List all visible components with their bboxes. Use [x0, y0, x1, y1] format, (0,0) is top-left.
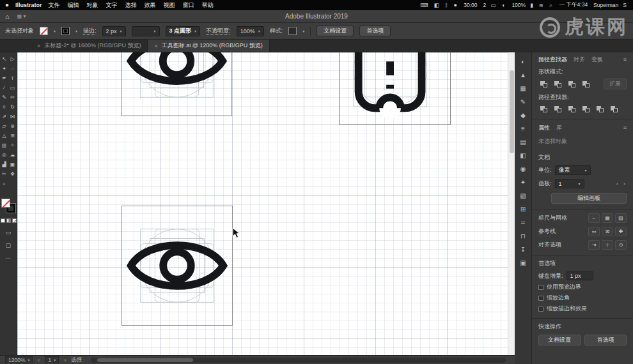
- fill-color-swatch[interactable]: [40, 27, 48, 35]
- magic-wand-tool[interactable]: ✦: [0, 64, 8, 73]
- snap-to-pixel-icon[interactable]: ⊹: [602, 240, 613, 250]
- appearance-panel-icon[interactable]: ◉: [517, 163, 529, 175]
- expand-button[interactable]: 扩展: [604, 79, 627, 89]
- horizontal-scrollbar-thumb[interactable]: [97, 358, 193, 362]
- symbol-sprayer-tool[interactable]: ☁: [8, 150, 17, 160]
- screen-record-icon[interactable]: ⏺: [454, 2, 458, 9]
- zoom-tool[interactable]: ⌕: [0, 179, 8, 188]
- wifi-icon[interactable]: ≋: [539, 2, 545, 8]
- preference-checkbox-row[interactable]: 使用预览边界: [538, 283, 627, 291]
- tab-close-icon[interactable]: [37, 43, 40, 49]
- horizontal-scrollbar[interactable]: [91, 358, 506, 363]
- trim-icon[interactable]: [552, 104, 564, 114]
- record-timer-text[interactable]: 30:00: [462, 2, 477, 8]
- artboard-tool[interactable]: ▣: [8, 160, 17, 169]
- shape-builder-tool[interactable]: ⊕: [8, 121, 17, 131]
- artboard-eye-top[interactable]: [121, 52, 232, 116]
- type-tool[interactable]: T: [8, 73, 17, 83]
- blend-tool[interactable]: ◎: [0, 150, 8, 160]
- mirror-display-icon[interactable]: ◧: [434, 2, 441, 8]
- shaper-tool[interactable]: ✏: [8, 93, 17, 102]
- apple-menu-icon[interactable]: ●: [5, 0, 9, 10]
- stroke-weight-select[interactable]: 2 px: [102, 26, 126, 36]
- tab-libraries[interactable]: 库: [556, 124, 562, 132]
- menu-item[interactable]: 帮助: [202, 1, 214, 10]
- menu-item[interactable]: 文件: [49, 1, 60, 10]
- next-artboard-icon[interactable]: [64, 357, 66, 363]
- merge-icon[interactable]: [567, 104, 578, 114]
- align-panel-icon[interactable]: ≍: [517, 216, 529, 229]
- datetime-text[interactable]: 一 下午4:34: [558, 1, 588, 9]
- scale-tool[interactable]: ⇗: [0, 112, 8, 121]
- menu-item[interactable]: 对象: [87, 1, 98, 10]
- tab-align[interactable]: 对齐: [574, 56, 585, 64]
- show-rulers-icon[interactable]: ⌐: [588, 213, 600, 223]
- paintbrush-tool[interactable]: ✎: [0, 93, 8, 102]
- color-panel-icon[interactable]: ◐: [517, 56, 529, 68]
- doc-setup-button[interactable]: 文档设置: [538, 335, 581, 345]
- menu-item[interactable]: 视图: [164, 1, 175, 10]
- layers-panel-icon[interactable]: ▧: [517, 190, 529, 202]
- asset-export-panel-icon[interactable]: ↧: [517, 243, 529, 255]
- artboard-nav-select[interactable]: 1: [45, 356, 59, 363]
- preferences-button[interactable]: 首选项: [584, 335, 627, 345]
- stroke-color-swatch[interactable]: [61, 27, 70, 35]
- stroke-panel-icon[interactable]: ≡: [517, 123, 529, 135]
- swatches-panel-icon[interactable]: ▦: [517, 82, 529, 95]
- opacity-link[interactable]: 不透明度:: [206, 27, 231, 35]
- eyedropper-tool[interactable]: ✧: [8, 140, 17, 150]
- show-grid-icon[interactable]: ▦: [602, 213, 613, 223]
- libraries-panel-icon[interactable]: ▣: [517, 257, 529, 269]
- perspective-grid-tool[interactable]: △: [0, 131, 8, 140]
- keyboard-icon[interactable]: ⌨: [421, 2, 430, 8]
- intersect-icon[interactable]: [567, 79, 578, 89]
- panel-menu-icon[interactable]: [623, 56, 627, 63]
- doc-tab-untitled[interactable]: 未标题-2* @ 1600% (RGB/GPU 预览): [31, 40, 148, 52]
- edit-artboards-button[interactable]: 编辑画板: [551, 193, 627, 204]
- hand-tool[interactable]: ✥: [8, 169, 17, 179]
- input-method-icon[interactable]: S: [623, 2, 628, 8]
- exclude-icon[interactable]: [581, 79, 592, 89]
- smart-guides-icon[interactable]: ✚: [615, 227, 627, 236]
- checkbox[interactable]: [538, 296, 543, 301]
- snap-to-grid-icon[interactable]: ⇥: [588, 240, 600, 250]
- fill-stroke-widget[interactable]: [1, 199, 15, 213]
- rectangle-tool[interactable]: ▭: [8, 83, 17, 93]
- none-button[interactable]: [12, 218, 17, 223]
- minus-front-icon[interactable]: [552, 79, 564, 89]
- stroke-weight-link[interactable]: 描边:: [83, 27, 97, 35]
- show-transparency-grid-icon[interactable]: ▨: [615, 213, 627, 223]
- workspace-count-text[interactable]: 2: [481, 2, 486, 8]
- gradient-button[interactable]: [6, 218, 11, 223]
- symbols-panel-icon[interactable]: ◆: [517, 109, 529, 121]
- preference-checkbox-row[interactable]: 缩放边角: [538, 294, 627, 302]
- next-artboard-icon[interactable]: [623, 181, 625, 187]
- menu-item[interactable]: 编辑: [68, 1, 79, 10]
- artboard-rounded-square[interactable]: [339, 52, 451, 125]
- selection-tool[interactable]: ↖: [0, 54, 8, 64]
- fill-indicator-none[interactable]: [1, 199, 10, 208]
- line-segment-tool[interactable]: ∕: [0, 83, 8, 93]
- menu-item[interactable]: 窗口: [183, 1, 194, 10]
- username-text[interactable]: Superman: [592, 2, 618, 8]
- edit-toolbar-icon[interactable]: [5, 255, 12, 261]
- brushes-panel-icon[interactable]: ✎: [517, 96, 529, 108]
- lock-guides-icon[interactable]: ⊠: [602, 227, 613, 236]
- mesh-tool[interactable]: ⊞: [8, 131, 17, 140]
- free-transform-tool[interactable]: ▱: [0, 121, 8, 131]
- opacity-select[interactable]: 100%: [237, 26, 264, 36]
- pathfinder-panel-icon[interactable]: ⊓: [517, 230, 529, 242]
- crop-icon[interactable]: [581, 104, 592, 114]
- workspace-switcher-icon[interactable]: [17, 13, 26, 19]
- menu-item[interactable]: 文字: [106, 1, 118, 10]
- menu-item[interactable]: 效果: [145, 1, 156, 10]
- home-icon[interactable]: [5, 13, 10, 20]
- width-tool[interactable]: ⋈: [8, 112, 17, 121]
- style-caret-icon[interactable]: [302, 29, 304, 33]
- pen-tool[interactable]: ✒: [0, 73, 8, 83]
- vertical-scrollbar[interactable]: [508, 52, 515, 355]
- zoom-level-select[interactable]: 1200%: [5, 356, 33, 363]
- app-menu[interactable]: Illustrator: [15, 2, 42, 8]
- battery-icon[interactable]: ▮: [530, 2, 535, 8]
- gradient-panel-icon[interactable]: ▤: [517, 136, 529, 148]
